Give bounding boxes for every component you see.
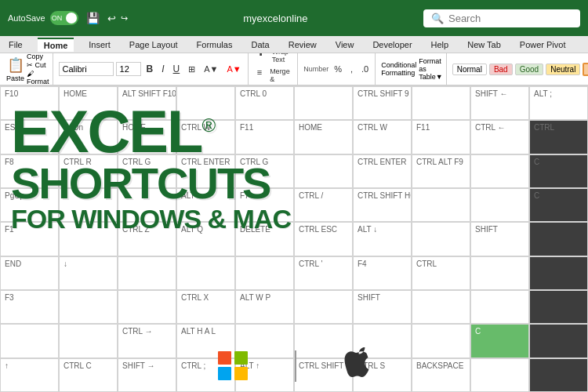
- tab-help[interactable]: Help: [427, 38, 453, 51]
- tab-file[interactable]: File: [5, 38, 27, 51]
- tab-power-pivot[interactable]: Power Pivot: [516, 38, 570, 51]
- grid-cell: CTRL W: [176, 120, 235, 154]
- grid-cell: [0, 324, 59, 358]
- tab-review[interactable]: Review: [285, 38, 321, 51]
- redo-icon[interactable]: ↪: [121, 13, 128, 24]
- font-group: B I U ⊞ A▼ A▼: [56, 53, 249, 85]
- conditional-format-group: ConditionalFormatting Format asTable▼: [378, 53, 446, 85]
- grid-cell: HOME: [294, 120, 353, 154]
- grid-cell: CTRL SHIFT HOME: [353, 188, 412, 222]
- format-painter-button[interactable]: 🖌 Format Painter: [27, 70, 49, 86]
- italic-button[interactable]: I: [158, 62, 167, 76]
- grid-cell: END: [0, 256, 59, 290]
- grid-cell: [470, 188, 529, 222]
- grid-cell: ALT SHIFT F10: [118, 86, 176, 120]
- grid-cell: [470, 256, 529, 290]
- search-icon: 🔍: [431, 13, 444, 24]
- align-top-button[interactable]: ⬆: [254, 53, 267, 65]
- grid-cell: [412, 222, 470, 256]
- save-icon[interactable]: 💾: [83, 10, 103, 26]
- grid-cell: CTRL: [529, 120, 588, 154]
- tab-data[interactable]: Data: [247, 38, 273, 51]
- tab-view[interactable]: View: [332, 38, 358, 51]
- style-normal-button[interactable]: Normal: [452, 64, 487, 75]
- undo-icon[interactable]: ↩: [107, 13, 116, 24]
- tab-formulas[interactable]: Formulas: [193, 38, 237, 51]
- grid-cell: SHIFT: [470, 222, 529, 256]
- paste-button[interactable]: 📋 Paste: [6, 56, 24, 82]
- search-box[interactable]: 🔍 Search: [423, 9, 580, 27]
- align-left-button[interactable]: ≡: [254, 66, 265, 87]
- grid-cell: [294, 154, 353, 188]
- grid-cell: PgUp: [0, 188, 59, 222]
- grid-cell: [59, 324, 118, 358]
- grid-cell: [294, 86, 353, 120]
- bold-button[interactable]: B: [143, 62, 157, 76]
- border-button[interactable]: ⊞: [185, 63, 198, 76]
- toggle-state: ON: [52, 14, 63, 22]
- tab-insert[interactable]: Insert: [85, 38, 114, 51]
- grid-cell: [529, 290, 588, 324]
- main-content: F10 HOME ALT SHIFT F10 CTRL 0 CTRL SHIFT…: [0, 86, 588, 392]
- grid-cell: [118, 188, 176, 222]
- grid-cell: CTRL G: [118, 154, 176, 188]
- grid-cell: ALT ↑: [235, 358, 294, 392]
- grid-cell: CTRL Z: [118, 222, 176, 256]
- grid-cell: BACKSPACE: [412, 358, 470, 392]
- number-group: Number % , .0: [300, 53, 376, 85]
- grid-cell: CTRL SHIFT 9: [353, 86, 412, 120]
- grid-cell: [470, 358, 529, 392]
- grid-cell: HOME: [59, 86, 118, 120]
- cut-button[interactable]: ✂ Cut: [27, 61, 49, 69]
- font-color-button[interactable]: A▼: [223, 63, 244, 75]
- grid-cell: CTRL S: [353, 358, 412, 392]
- grid-cell: [176, 86, 235, 120]
- merge-center-button[interactable]: Merge & Center: [267, 66, 294, 87]
- grid-cell: F11: [235, 120, 294, 154]
- style-good-button[interactable]: Good: [515, 64, 543, 75]
- grid-cell: SHIFT ←: [470, 86, 529, 120]
- font-size-input[interactable]: [116, 62, 141, 76]
- cond-format-button[interactable]: ConditionalFormatting: [381, 61, 416, 77]
- grid-cell: [529, 324, 588, 358]
- grid-cell: [294, 290, 353, 324]
- underline-button[interactable]: U: [170, 62, 183, 76]
- grid-cell: [529, 222, 588, 256]
- toggle-knob: [66, 13, 77, 24]
- copy-cut-buttons: 🗐 Copy ✂ Cut 🖌 Format Painter: [27, 53, 49, 86]
- grid-cell: [59, 188, 118, 222]
- font-name-input[interactable]: [59, 62, 114, 76]
- grid-cell: CTRL: [412, 256, 470, 290]
- tab-developer[interactable]: Developer: [368, 38, 416, 51]
- grid-cell: ALT ↓: [353, 222, 412, 256]
- style-neutral-button[interactable]: Neutral: [546, 64, 580, 75]
- alignment-group: ⬆ Wrap Text ≡ Merge & Center: [251, 53, 298, 85]
- style-bad-button[interactable]: Bad: [489, 64, 513, 75]
- tab-page-layout[interactable]: Page Layout: [125, 38, 182, 51]
- grid-cell: [59, 222, 118, 256]
- grid-cell: ESC: [0, 120, 59, 154]
- percent-button[interactable]: %: [331, 63, 345, 75]
- grid-cell: [412, 188, 470, 222]
- tab-home[interactable]: Home: [38, 38, 74, 52]
- fill-color-button[interactable]: A▼: [201, 63, 221, 75]
- grid-cell: [176, 256, 235, 290]
- comma-button[interactable]: ,: [347, 63, 356, 75]
- tab-newtab[interactable]: New Tab: [463, 38, 505, 51]
- style-calc-button[interactable]: Calculation: [583, 63, 588, 76]
- increase-decimal-button[interactable]: .0: [358, 63, 372, 75]
- grid-cell: CTRL →: [118, 324, 176, 358]
- grid-cell: HOME: [118, 120, 176, 154]
- grid-cell: CTRL ESC: [294, 222, 353, 256]
- number-format-label: Number: [303, 65, 328, 73]
- grid-cell: C: [470, 324, 529, 358]
- grid-cell: CTRL ALT F9: [412, 154, 470, 188]
- copy-button[interactable]: 🗐 Copy: [27, 53, 49, 60]
- format-as-table-button[interactable]: Format asTable▼: [419, 57, 442, 81]
- grid-cell: CTRL ': [294, 256, 353, 290]
- grid-cell: CTRL W: [353, 120, 412, 154]
- clipboard-group: 📋 Paste 🗐 Copy ✂ Cut 🖌 Format Painter: [3, 53, 53, 85]
- grid-cell: ALT H A L: [176, 324, 235, 358]
- autosave-toggle[interactable]: ON: [50, 11, 78, 25]
- wrap-text-button[interactable]: Wrap Text: [269, 53, 294, 65]
